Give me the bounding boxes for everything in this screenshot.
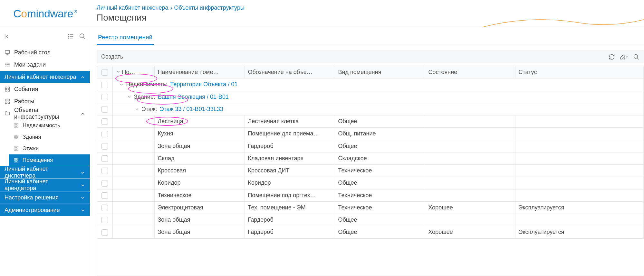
chevron-down-icon[interactable] xyxy=(127,95,131,99)
chevron-down-icon xyxy=(80,207,85,214)
list-view-icon[interactable] xyxy=(67,32,74,40)
col-designation[interactable]: Обозначение на объе… xyxy=(245,66,335,78)
group-row: Здание: Башня Эволюция / 01-B01 xyxy=(97,91,644,103)
collapse-sidebar-icon[interactable] xyxy=(4,32,11,40)
nav-infrastructure[interactable]: Объекты инфраструктуры xyxy=(0,107,90,120)
grid-icon xyxy=(14,134,19,140)
group-row: Этаж: Этаж 33 / 01-B01-33L33 xyxy=(97,103,644,115)
table-row[interactable]: Электрощитовая Тех. помещение - ЭМ Техни… xyxy=(97,201,644,214)
svg-rect-28 xyxy=(14,126,16,127)
col-name[interactable]: Наименование поме… xyxy=(154,66,245,78)
table-row[interactable]: Техническое Помещение под оргтех… Технич… xyxy=(97,189,644,201)
chevron-down-icon xyxy=(80,194,85,201)
table-row[interactable]: Зона общая Гардероб Общее xyxy=(97,214,644,226)
row-checkbox[interactable] xyxy=(101,229,108,236)
table-row[interactable]: Зона общая Гардероб Общее xyxy=(97,140,644,152)
cell-name: Зона общая xyxy=(154,140,245,152)
nav-my-tasks[interactable]: Мои задачи xyxy=(0,59,90,71)
edit-icon[interactable] xyxy=(620,53,629,60)
cell-kind: Техническое xyxy=(335,189,425,201)
breadcrumb-item-0[interactable]: Личный кабинет инженера xyxy=(97,5,168,11)
search-icon[interactable] xyxy=(79,32,86,40)
nav-label: Личный кабинет диспетчера xyxy=(5,166,77,179)
row-checkbox[interactable] xyxy=(101,94,108,100)
table-row[interactable]: Зона общая Гардероб Общее Хорошее Эксплу… xyxy=(97,226,644,238)
table-row[interactable]: Склад Кладовая инвентаря Складское xyxy=(97,152,644,164)
row-checkbox[interactable] xyxy=(101,217,108,223)
table-row[interactable]: Лестница Лестничная клетка Общее xyxy=(97,115,644,128)
svg-rect-35 xyxy=(16,147,18,148)
cell-designation: Коридор xyxy=(245,177,335,189)
grid-icon xyxy=(14,158,19,163)
nav-real-estate[interactable]: Недвижимость xyxy=(9,120,90,131)
svg-point-7 xyxy=(80,33,84,38)
folder-icon xyxy=(5,111,11,116)
row-checkbox[interactable] xyxy=(101,168,108,174)
row-checkbox[interactable] xyxy=(101,192,108,199)
nav-rooms[interactable]: Помещения xyxy=(9,154,90,166)
nav-dispatcher-cabinet[interactable]: Личный кабинет диспетчера xyxy=(0,166,90,179)
cell-kind: Техническое xyxy=(335,201,425,214)
cell-name: Техническое xyxy=(154,189,245,201)
nav-label: Здания xyxy=(23,134,41,140)
nav-label: Рабочий стол xyxy=(14,49,51,56)
table-row[interactable]: Кухня Помещение для приема… Общ. питание xyxy=(97,128,644,140)
monitor-icon xyxy=(5,50,11,55)
chevron-down-icon[interactable] xyxy=(119,82,124,87)
cell-name: Зона общая xyxy=(154,226,245,238)
cell-designation: Гардероб xyxy=(245,214,335,226)
logo[interactable]: Comindware® xyxy=(0,7,90,20)
row-checkbox[interactable] xyxy=(101,118,108,125)
nav-solution-config[interactable]: Настройка решения xyxy=(0,191,90,204)
nav-label: Помещения xyxy=(23,157,53,163)
cell-name: Коридор xyxy=(154,177,245,189)
row-checkbox[interactable] xyxy=(101,143,108,150)
breadcrumb-item-1[interactable]: Объекты инфраструктуры xyxy=(174,5,244,11)
nav-floors[interactable]: Этажи xyxy=(9,143,90,154)
row-checkbox[interactable] xyxy=(101,131,108,137)
tab-registry[interactable]: Реестр помещений xyxy=(97,31,154,45)
nav-events[interactable]: События xyxy=(0,83,90,95)
cell-condition xyxy=(425,189,515,201)
table-row[interactable]: Коридор Коридор Общее xyxy=(97,177,644,189)
nav-buildings[interactable]: Здания xyxy=(9,131,90,143)
cell-kind: Общ. питание xyxy=(335,128,425,140)
row-checkbox[interactable] xyxy=(101,106,108,113)
cell-condition xyxy=(425,165,515,177)
create-button[interactable]: Создать xyxy=(101,53,123,60)
cell-kind: Складское xyxy=(335,152,425,164)
chevron-down-icon[interactable] xyxy=(135,107,139,111)
group-link[interactable]: Этаж 33 / 01-B01-33L33 xyxy=(160,106,223,113)
row-checkbox[interactable] xyxy=(101,205,108,211)
svg-rect-18 xyxy=(5,87,7,88)
row-checkbox[interactable] xyxy=(101,82,108,88)
select-all-checkbox[interactable] xyxy=(101,69,108,76)
search-table-icon[interactable] xyxy=(633,53,639,60)
table-row[interactable]: Кроссовая Кроссовая ДИТ Техническое xyxy=(97,165,644,177)
cell-name: Склад xyxy=(154,152,245,164)
group-link[interactable]: Территория Объекта / 01 xyxy=(170,81,237,88)
col-condition[interactable]: Состояние xyxy=(425,66,515,78)
nav-label: Настройка решения xyxy=(5,194,59,201)
refresh-icon[interactable] xyxy=(609,53,615,60)
col-status[interactable]: Статус xyxy=(515,66,644,78)
svg-rect-37 xyxy=(16,149,18,151)
nav-administration[interactable]: Администрирование xyxy=(0,204,90,216)
svg-rect-29 xyxy=(16,126,18,127)
svg-rect-36 xyxy=(14,149,16,151)
row-checkbox[interactable] xyxy=(101,180,108,187)
cell-name: Электрощитовая xyxy=(154,201,245,214)
data-grid: Но… Наименование поме… Обозначение на об… xyxy=(97,66,644,276)
nav-tenant-cabinet[interactable]: Личный кабинет арендатора xyxy=(0,179,90,191)
nav-works[interactable]: Работы xyxy=(0,95,90,107)
svg-rect-24 xyxy=(5,102,7,104)
nav-desktop[interactable]: Рабочий стол xyxy=(0,46,90,59)
col-kind[interactable]: Вид помещения xyxy=(335,66,425,78)
nav-engineer-cabinet[interactable]: Личный кабинет инженера xyxy=(0,71,90,83)
cell-designation: Гардероб xyxy=(245,226,335,238)
row-checkbox[interactable] xyxy=(101,155,108,162)
group-link[interactable]: Башня Эволюция / 01-B01 xyxy=(158,94,229,100)
cell-status: Эксплуатируется xyxy=(515,201,644,214)
col-number[interactable]: Но… xyxy=(112,66,154,78)
grid-icon xyxy=(14,123,19,128)
